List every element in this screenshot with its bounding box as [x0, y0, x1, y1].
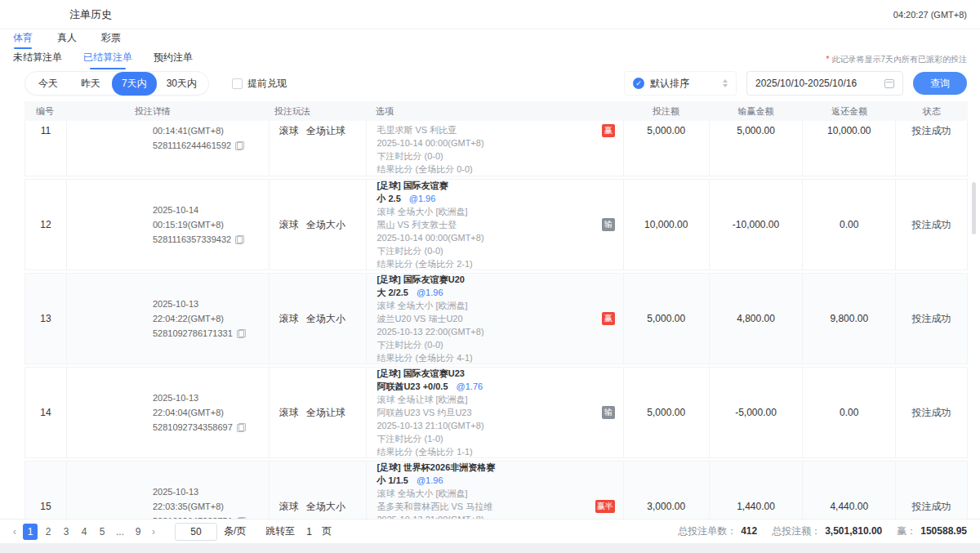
- league-title: [足球] 世界杯2026非洲资格赛: [376, 461, 622, 474]
- date-range-pills: 今天昨天7天内30天内: [24, 71, 209, 96]
- range-pill-30天内[interactable]: 30天内: [157, 72, 207, 96]
- bet-details-cell: 2025-10-13 22:04:04(GMT+8)52810927343586…: [66, 368, 269, 457]
- copy-icon[interactable]: [235, 235, 244, 244]
- bottom-strip: [0, 543, 980, 553]
- stake-amount: 10,000.00: [623, 180, 709, 270]
- prev-page-button[interactable]: ‹: [8, 525, 21, 537]
- bet-odds: @1.96: [416, 475, 443, 485]
- option-detail-line: 2025-10-13 21:00(GMT+8): [376, 513, 622, 519]
- bet-id: 5281116357339432: [153, 232, 231, 247]
- range-pill-昨天[interactable]: 昨天: [69, 72, 112, 96]
- bet-details-cell: 2025-10-13 22:03:35(GMT+8)52810926472327…: [66, 462, 269, 519]
- page-size-input[interactable]: [175, 523, 217, 541]
- search-button[interactable]: 查询: [913, 72, 967, 95]
- table-row: 122025-10-14 00:15:19(GMT+8)528111635733…: [24, 179, 968, 270]
- range-pill-今天[interactable]: 今天: [27, 72, 69, 96]
- column-header-状态: 状态: [896, 101, 968, 121]
- page-unit-label: 页: [322, 524, 332, 538]
- totals-summary: 总投注单数：412 总投注额：3,501,810.00 赢：150588.95: [678, 524, 967, 538]
- sort-select[interactable]: ✓ 默认排序: [624, 71, 737, 96]
- refund-amount: 0.00: [802, 368, 895, 457]
- copy-icon[interactable]: [235, 141, 244, 150]
- result-badge: 赢半: [595, 500, 615, 513]
- result-badge: 赢: [602, 312, 615, 325]
- jump-to-label: 跳转至: [265, 524, 295, 538]
- check-circle-icon: ✓: [633, 78, 644, 89]
- sorter-arrows-icon[interactable]: [723, 79, 728, 87]
- row-number: 13: [25, 274, 66, 363]
- page-button-2[interactable]: 2: [41, 524, 56, 540]
- option-detail-line: 下注时比分 (0-0): [376, 338, 622, 351]
- next-page-button[interactable]: ›: [147, 525, 160, 537]
- bet-selection: 大 2/2.5: [376, 288, 408, 297]
- play-type-cell: 滚球 全场让球: [269, 121, 367, 176]
- bet-odds: @1.76: [457, 381, 483, 391]
- filter-bar: 今天昨天7天内30天内 提前兑现 ✓ 默认排序 2025/10/10-2025/…: [0, 69, 980, 98]
- table-scroll-area[interactable]: 112025-10-14 00:14:41(GMT+8)528111624446…: [0, 121, 980, 519]
- copy-icon[interactable]: [237, 423, 246, 432]
- footer-bar: ‹ 12345...9 › 条/页 跳转至 1 页 总投注单数：412 总投注额…: [0, 519, 980, 543]
- option-detail-line: 结果比分 (全场比分 1-1): [376, 445, 622, 458]
- calendar-icon: [884, 79, 894, 88]
- winloss-amount: -10,000.00: [709, 180, 803, 270]
- date-range-picker[interactable]: 2025/10/10-2025/10/16: [746, 71, 903, 96]
- table-row: 142025-10-13 22:04:04(GMT+8)528109273435…: [24, 367, 968, 458]
- tab-彩票[interactable]: 彩票: [101, 31, 121, 51]
- bet-line: 小 1/1.5@1.96: [376, 474, 622, 487]
- tab-真人[interactable]: 真人: [57, 31, 77, 51]
- record-note: *此记录将显示7天内所有已派彩的投注: [826, 54, 967, 65]
- option-detail-line: 下注时比分 (0-0): [376, 149, 622, 163]
- table-header: 编号投注详情投注玩法选项投注额输赢金额返还金额状态: [24, 101, 968, 121]
- subtab-已结算注单[interactable]: 已结算注单: [83, 51, 132, 69]
- option-detail-line: 圣多美和普林西比 VS 马拉维: [376, 500, 622, 513]
- bet-status: 投注成功: [895, 121, 967, 176]
- subtab-未结算注单[interactable]: 未结算注单: [13, 51, 62, 69]
- server-time: 04:20:27 (GMT+8): [893, 10, 967, 20]
- subtab-预约注单[interactable]: 预约注单: [154, 51, 193, 69]
- winloss-amount: 1,440.00: [709, 462, 803, 519]
- option-detail-line: 结果比分 (全场比分 0-0): [376, 163, 622, 176]
- option-detail-line: 毛里求斯 VS 利比亚: [376, 123, 622, 136]
- page-button-3[interactable]: 3: [59, 524, 74, 540]
- scrollbar-thumb[interactable]: [972, 182, 976, 234]
- option-cell: [足球] 世界杯2026非洲资格赛小 1/1.5@1.96滚球 全场大小 [欧洲…: [366, 462, 622, 519]
- bet-details-cell: 2025-10-14 00:15:19(GMT+8)52811163573394…: [66, 180, 269, 270]
- tab-体育[interactable]: 体育: [13, 31, 33, 51]
- early-cashout-checkbox[interactable]: 提前兑现: [232, 77, 287, 91]
- page-button-1[interactable]: 1: [23, 524, 38, 540]
- page-button-4[interactable]: 4: [77, 524, 91, 540]
- bet-id-line: 5281092647232751: [153, 514, 269, 519]
- per-page-label: 条/页: [224, 524, 246, 538]
- copy-icon[interactable]: [237, 329, 246, 338]
- page-button-9[interactable]: 9: [131, 524, 145, 540]
- jump-page-value[interactable]: 1: [306, 526, 312, 537]
- stake-amount: 3,000.00: [623, 462, 709, 519]
- bet-odds: @1.96: [416, 288, 443, 297]
- top-bar: 注单历史 04:20:27 (GMT+8): [0, 0, 980, 29]
- bet-time: 2025-10-13 22:04:04(GMT+8): [153, 390, 269, 420]
- bet-id: 5281092647232751: [153, 514, 233, 519]
- range-pill-7天内[interactable]: 7天内: [112, 72, 157, 96]
- subtabs-group: 未结算注单已结算注单预约注单: [13, 51, 193, 69]
- bet-line: 阿联酋U23 +0/0.5@1.76: [376, 380, 622, 393]
- bet-id: 5281092786171331: [153, 326, 233, 341]
- page-button-5[interactable]: 5: [95, 524, 109, 540]
- bet-line: 小 2.5@1.96: [376, 192, 622, 205]
- bet-details-cell: 2025-10-13 22:04:22(GMT+8)52810927861713…: [66, 274, 269, 363]
- play-type-cell: 滚球 全场大小: [269, 180, 367, 270]
- bet-time: 2025-10-13 22:04:22(GMT+8): [153, 297, 269, 326]
- note-asterisk: *: [826, 55, 830, 64]
- pagination: ‹ 12345...9 › 条/页 跳转至 1 页: [8, 523, 332, 541]
- option-detail-line: 滚球 全场大小 [欧洲盘]: [376, 299, 622, 312]
- play-type-cell: 滚球 全场大小: [269, 462, 367, 519]
- bet-id-line: 5281092786171331: [153, 326, 269, 341]
- table-row: 132025-10-13 22:04:22(GMT+8)528109278617…: [24, 273, 968, 364]
- copy-icon[interactable]: [237, 517, 246, 520]
- checkbox-icon[interactable]: [232, 78, 243, 89]
- column-header-投注额: 投注额: [623, 101, 709, 121]
- total-stake: 总投注额：3,501,810.00: [772, 524, 882, 538]
- stake-amount: 5,000.00: [623, 121, 709, 176]
- option-detail-line: 2025-10-14 00:00(GMT+8): [376, 136, 622, 149]
- sort-select-value: 默认排序: [650, 77, 689, 91]
- stake-amount: 5,000.00: [623, 368, 709, 457]
